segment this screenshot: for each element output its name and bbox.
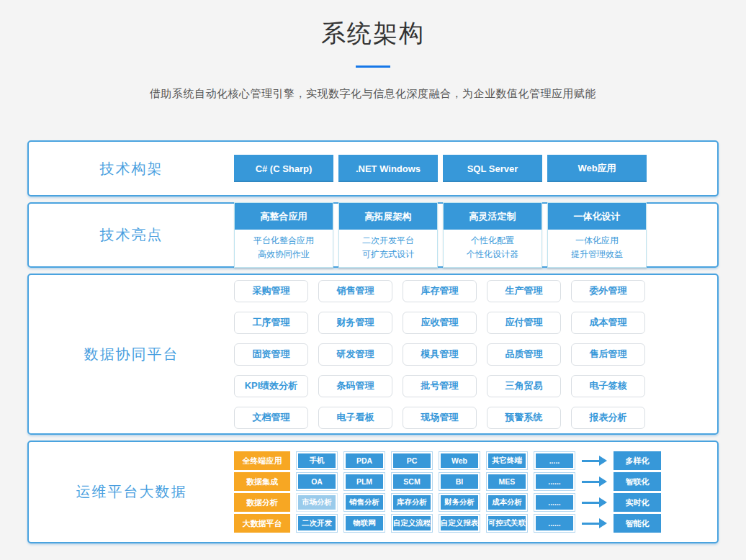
highlight-card-title: 一体化设计 (548, 203, 646, 230)
page-title: 系统架构 (0, 17, 746, 50)
grid-row: 固资管理 研发管理 模具管理 品质管理 售后管理 (234, 343, 645, 366)
module-button[interactable]: 文档管理 (234, 407, 308, 429)
flow-node-label: OA (298, 474, 336, 489)
highlight-line: 个性化配置 (445, 234, 540, 248)
flow-node: MES (486, 472, 528, 491)
module-button[interactable]: 应付管理 (487, 312, 561, 334)
arrow-right-icon (582, 477, 607, 487)
flow-node-label: PC (393, 453, 431, 468)
highlight-card: 高整合应用 平台化整合应用 高效协同作业 (234, 202, 333, 268)
category-label: 数据分析 (234, 493, 290, 512)
highlight-card-title: 高整合应用 (235, 203, 333, 230)
highlight-line: 个性化设计器 (445, 248, 540, 261)
module-button[interactable]: 预警系统 (487, 407, 561, 429)
module-button[interactable]: 库存管理 (403, 280, 477, 302)
flow-row-integration: 数据集成 OA PLM SCM BI MES ...... 智联化 (234, 472, 661, 491)
module-button[interactable]: 三角贸易 (487, 375, 561, 397)
flow-node: ...... (534, 472, 575, 491)
flow-node-label: 财务分析 (441, 495, 478, 510)
highlight-line: 二次开发平台 (341, 234, 436, 248)
module-button[interactable]: KPI绩效分析 (234, 375, 308, 397)
module-button[interactable]: 电子看板 (318, 407, 392, 429)
category-label: 大数据平台 (234, 514, 290, 533)
flow-node-label: 销售分析 (346, 495, 383, 510)
section-label-bigdata: 运维平台大数据 (29, 482, 234, 502)
tech-button-csharp[interactable]: C# (C Sharp) (234, 155, 333, 182)
flow-node-label: 市场分析 (298, 495, 336, 510)
flow-node-label: ...... (536, 516, 573, 530)
module-button[interactable]: 财务管理 (318, 312, 392, 334)
arrow-right-icon (582, 456, 607, 466)
sections-container: 技术构架 C# (C Sharp) .NET Windows SQL Serve… (27, 140, 719, 543)
grid-row: 采购管理 销售管理 库存管理 生产管理 委外管理 (234, 280, 645, 302)
flow-node-label: Web (441, 453, 478, 468)
highlight-card-body: 二次开发平台 可扩充式设计 (339, 230, 437, 267)
tech-button-dotnet[interactable]: .NET Windows (338, 155, 438, 182)
highlight-card-body: 个性化配置 个性化设计器 (444, 230, 541, 267)
flow-node-label: 库存分析 (393, 495, 431, 510)
flow-row-platform: 大数据平台 二次开发 物联网 自定义流程 自定义报表 可控式关联 ...... … (234, 514, 661, 533)
module-button[interactable]: 品质管理 (487, 343, 561, 366)
module-button[interactable]: 研发管理 (318, 343, 392, 366)
flow-node: 自定义流程 (391, 514, 433, 533)
flow-node: PLM (343, 472, 385, 491)
highlight-card: 一体化设计 一体化应用 提升管理效益 (547, 202, 647, 268)
flow-node: 成本分析 (486, 493, 528, 512)
flow-node-label: 自定义流程 (393, 516, 431, 530)
arrow-right-icon (582, 497, 607, 507)
module-button[interactable]: 固资管理 (234, 343, 308, 366)
module-button[interactable]: 工序管理 (234, 312, 308, 334)
module-button[interactable]: 委外管理 (571, 280, 645, 302)
grid-row: KPI绩效分析 条码管理 批号管理 三角贸易 电子签核 (234, 375, 645, 397)
tech-button-web[interactable]: Web应用 (547, 155, 647, 182)
module-button[interactable]: 应收管理 (403, 312, 477, 334)
flow-node: 市场分析 (296, 493, 338, 512)
module-button[interactable]: 模具管理 (403, 343, 477, 366)
flow-node: BI (439, 472, 480, 491)
flow-row-terminals: 全终端应用 手机 PDA PC Web 其它终端 ..... 多样化 (234, 451, 661, 470)
flow-node: PC (391, 451, 433, 470)
highlight-card: 高灵活定制 个性化配置 个性化设计器 (443, 202, 542, 268)
flow-node-label: PLM (346, 474, 383, 489)
module-button[interactable]: 报表分析 (571, 407, 645, 429)
module-button[interactable]: 现场管理 (403, 407, 477, 429)
flow-node-label: 可控式关联 (488, 516, 526, 530)
highlight-card-body: 一体化应用 提升管理效益 (548, 230, 646, 267)
flow-row-analysis: 数据分析 市场分析 销售分析 库存分析 财务分析 成本分析 ...... 实时化 (234, 493, 661, 512)
flow-node: ...... (534, 493, 575, 512)
flow-node-label: 物联网 (346, 516, 383, 530)
module-button[interactable]: 售后管理 (571, 343, 645, 366)
flow-node: PDA (343, 451, 385, 470)
category-label: 数据集成 (234, 472, 290, 491)
module-button[interactable]: 电子签核 (571, 375, 645, 397)
highlight-line: 可扩充式设计 (341, 248, 436, 261)
grid-row: 文档管理 电子看板 现场管理 预警系统 报表分析 (234, 407, 645, 429)
module-button[interactable]: 销售管理 (318, 280, 392, 302)
flow-node: Web (439, 451, 480, 470)
flow-result: 多样化 (614, 451, 661, 470)
flow-node: 手机 (296, 451, 338, 470)
module-button[interactable]: 采购管理 (234, 280, 308, 302)
flow-node: 库存分析 (391, 493, 433, 512)
flow-node-label: 二次开发 (298, 516, 336, 530)
title-underline (356, 66, 390, 68)
flow-node: SCM (391, 472, 433, 491)
module-button[interactable]: 成本管理 (571, 312, 645, 334)
flow-node-label: ..... (536, 453, 573, 468)
page-header: 系统架构 借助系统自动化核心管理引擎，实现数字化与信息化深度融合，为企业数值化管… (0, 0, 746, 101)
highlight-card-title: 高灵活定制 (444, 203, 541, 230)
flow-node: 其它终端 (486, 451, 528, 470)
flow-node: 物联网 (343, 514, 385, 533)
module-button[interactable]: 条码管理 (318, 375, 392, 397)
section-label-platform: 数据协同平台 (29, 345, 234, 364)
flow-result: 智联化 (614, 472, 661, 491)
flow-node-label: 手机 (298, 453, 336, 468)
module-button[interactable]: 生产管理 (487, 280, 561, 302)
module-grid: 采购管理 销售管理 库存管理 生产管理 委外管理 工序管理 财务管理 应收管理 … (234, 280, 645, 429)
flow-node: ..... (534, 451, 575, 470)
flow-node: 可控式关联 (486, 514, 528, 533)
tech-button-sqlserver[interactable]: SQL Server (443, 155, 542, 182)
module-button[interactable]: 批号管理 (403, 375, 477, 397)
flow-node-label: 其它终端 (488, 453, 526, 468)
flow-node-label: PDA (346, 453, 383, 468)
